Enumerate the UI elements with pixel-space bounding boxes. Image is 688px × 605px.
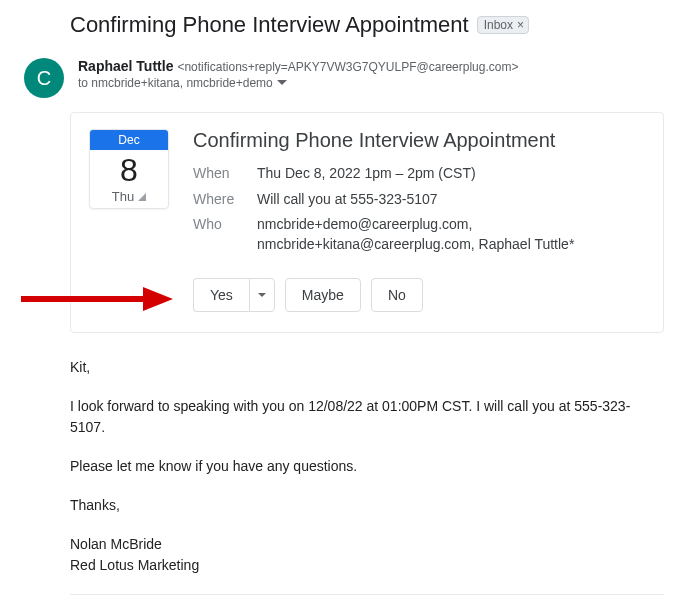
sender-email: <notifications+reply=APKY7VW3G7QYULPF@ca… <box>177 60 518 74</box>
calendar-event-card: Dec 8 Thu Confirming Phone Interview App… <box>70 112 664 333</box>
signature-name: Nolan McBride <box>70 534 664 555</box>
avatar[interactable]: C <box>24 58 64 98</box>
chevron-down-icon[interactable] <box>277 80 287 86</box>
event-where-label: Where <box>193 190 241 210</box>
svg-marker-1 <box>143 287 173 311</box>
calendar-day: 8 <box>90 150 168 189</box>
label-chip-text: Inbox <box>484 18 513 32</box>
email-body: Kit, I look forward to speaking with you… <box>70 357 664 576</box>
corner-icon <box>138 193 146 201</box>
body-greeting: Kit, <box>70 357 664 378</box>
annotation-arrow-icon <box>15 279 175 322</box>
rsvp-maybe-button[interactable]: Maybe <box>285 278 361 312</box>
body-line-1: I look forward to speaking with you on 1… <box>70 396 664 438</box>
event-who-value: nmcbride+demo@careerplug.com, nmcbride+k… <box>257 215 645 254</box>
divider <box>70 594 664 595</box>
recipients-summary: to nmcbride+kitana, nmcbride+demo <box>78 76 273 90</box>
signature-company: Red Lotus Marketing <box>70 555 664 576</box>
sender-name: Raphael Tuttle <box>78 58 173 74</box>
label-chip-inbox[interactable]: Inbox × <box>477 16 529 34</box>
event-who-label: Who <box>193 215 241 254</box>
rsvp-yes-button[interactable]: Yes <box>193 278 249 312</box>
rsvp-no-button[interactable]: No <box>371 278 423 312</box>
event-where-value: Will call you at 555-323-5107 <box>257 190 645 210</box>
calendar-dow: Thu <box>90 189 168 208</box>
close-icon[interactable]: × <box>517 18 524 32</box>
calendar-date-badge: Dec 8 Thu <box>89 129 169 209</box>
email-subject: Confirming Phone Interview Appointment <box>70 12 469 38</box>
chevron-down-icon <box>258 293 266 298</box>
event-when-label: When <box>193 164 241 184</box>
body-thanks: Thanks, <box>70 495 664 516</box>
calendar-month: Dec <box>90 130 168 150</box>
event-title: Confirming Phone Interview Appointment <box>193 129 645 152</box>
event-when-value: Thu Dec 8, 2022 1pm – 2pm (CST) <box>257 164 645 184</box>
rsvp-yes-dropdown[interactable] <box>249 278 275 312</box>
body-line-2: Please let me know if you have any quest… <box>70 456 664 477</box>
